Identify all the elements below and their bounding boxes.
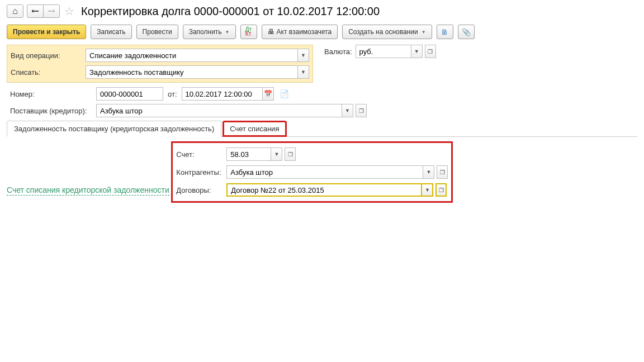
arrow-right-icon	[48, 7, 55, 16]
account-label: Счет:	[176, 150, 226, 159]
contract-label: Договоры:	[176, 186, 226, 194]
writeoff-highlight-box: Счет: ▼ Контрагенты: ▼ Договоры: ▼	[171, 141, 453, 203]
counterparty-label: Контрагенты:	[176, 168, 226, 177]
from-label: от:	[168, 90, 177, 98]
create-base-label: Создать на основании	[348, 28, 418, 36]
supplier-input[interactable]	[96, 104, 342, 117]
account-dropdown[interactable]: ▼	[271, 147, 282, 161]
supplier-open[interactable]	[356, 104, 367, 117]
tab-debt[interactable]: Задолженность поставщику (кредиторская з…	[7, 121, 221, 137]
post-close-label: Провести и закрыть	[13, 28, 80, 36]
back-button[interactable]	[27, 4, 44, 18]
counterparty-open[interactable]	[437, 165, 448, 179]
fill-button[interactable]: Заполнить▼	[183, 25, 236, 39]
open-icon	[428, 49, 433, 55]
home-icon	[12, 6, 18, 16]
writeoff-section-header: Счет списания кредиторской задолженности	[7, 185, 169, 196]
counterparty-input[interactable]	[226, 165, 423, 179]
currency-dropdown[interactable]: ▼	[411, 45, 423, 58]
post-close-button[interactable]: Провести и закрыть	[7, 25, 86, 39]
number-input[interactable]	[96, 87, 163, 101]
fill-label: Заполнить	[189, 28, 222, 36]
save-button[interactable]: Записать	[91, 25, 131, 39]
contract-dropdown[interactable]: ▼	[422, 183, 433, 197]
contract-open[interactable]	[435, 183, 447, 197]
arrow-left-icon	[31, 7, 39, 16]
act-label: Акт взаимозачета	[277, 28, 332, 36]
paperclip-icon: 📎	[462, 28, 471, 36]
contract-input[interactable]	[226, 183, 422, 197]
writeoff-label: Списать:	[7, 68, 86, 77]
post-button[interactable]: Провести	[136, 25, 178, 39]
create-base-button[interactable]: Создать на основании▼	[342, 25, 432, 39]
date-input[interactable]	[182, 87, 263, 101]
account-input[interactable]	[226, 147, 271, 161]
supplier-label: Поставщик (кредитор):	[7, 107, 96, 115]
document-icon: 🗎	[441, 28, 448, 36]
attach-button[interactable]: 📎	[458, 25, 475, 39]
home-button[interactable]	[7, 4, 23, 18]
open-icon	[440, 169, 445, 175]
act-button[interactable]: Акт взаимозачета	[262, 25, 338, 39]
operation-highlight: Вид операции: ▼ Списать: ▼	[7, 45, 313, 83]
date-picker[interactable]: 📅	[263, 87, 274, 101]
account-open[interactable]	[285, 147, 296, 161]
dtkt-button[interactable]: ДтКт	[240, 25, 257, 39]
open-icon	[359, 108, 364, 114]
operation-type-input[interactable]	[86, 49, 298, 62]
chevron-down-icon: ▼	[422, 30, 426, 35]
writeoff-dropdown[interactable]: ▼	[298, 65, 309, 79]
posted-icon: 📄	[280, 89, 289, 98]
operation-type-label: Вид операции:	[7, 51, 86, 60]
number-label: Номер:	[7, 90, 96, 98]
writeoff-input[interactable]	[86, 65, 298, 79]
doc-button[interactable]: 🗎	[437, 25, 453, 39]
post-label: Провести	[143, 28, 172, 36]
print-icon	[268, 28, 274, 36]
currency-open[interactable]	[425, 45, 436, 58]
counterparty-dropdown[interactable]: ▼	[423, 165, 434, 179]
calendar-icon: 📅	[264, 90, 272, 98]
operation-type-dropdown[interactable]: ▼	[298, 49, 309, 62]
currency-label: Валюта:	[324, 47, 352, 56]
open-icon	[288, 151, 293, 158]
open-icon	[439, 187, 444, 193]
forward-button	[43, 4, 60, 18]
star-icon[interactable]: ☆	[63, 5, 75, 17]
currency-block: Валюта: ▼	[324, 45, 436, 58]
chevron-down-icon: ▼	[225, 30, 230, 35]
currency-input[interactable]	[356, 45, 411, 58]
save-label: Записать	[97, 28, 125, 36]
dtkt-icon: ДтКт	[245, 27, 252, 36]
tab-writeoff-account[interactable]: Счет списания	[222, 121, 286, 137]
page-title: Корректировка долга 0000-000001 от 10.02…	[81, 5, 380, 18]
supplier-dropdown[interactable]: ▼	[342, 104, 353, 117]
